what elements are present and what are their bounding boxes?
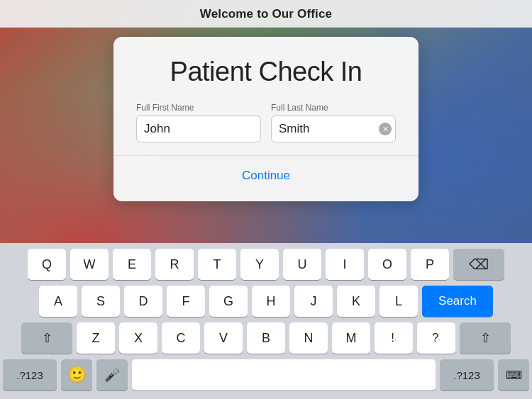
number-symbol-key[interactable]: .?123 bbox=[3, 359, 57, 390]
keyboard-row-4: .?123 🙂 🎤 .?123 ⌨ bbox=[3, 359, 529, 390]
key-K[interactable]: K bbox=[337, 286, 375, 317]
first-name-input-wrapper bbox=[136, 116, 261, 142]
first-name-input[interactable] bbox=[136, 116, 261, 142]
key-S[interactable]: S bbox=[82, 286, 120, 317]
key-I[interactable]: I bbox=[326, 249, 364, 280]
card-title: Patient Check In bbox=[136, 57, 396, 87]
key-H[interactable]: H bbox=[252, 286, 290, 317]
key-R[interactable]: R bbox=[155, 249, 194, 280]
shift-right-key[interactable]: ⇧ bbox=[460, 322, 511, 354]
keyboard-row-3: ⇧ Z X C V B N M !, ?. ⇧ bbox=[3, 322, 529, 354]
key-W[interactable]: W bbox=[70, 249, 109, 280]
last-name-input[interactable] bbox=[271, 116, 396, 142]
continue-button[interactable]: Continue bbox=[136, 166, 396, 186]
key-Q[interactable]: Q bbox=[28, 249, 66, 280]
last-name-label: Full Last Name bbox=[271, 103, 396, 113]
key-Y[interactable]: Y bbox=[240, 249, 279, 280]
key-E[interactable]: E bbox=[113, 249, 151, 280]
return-123-key[interactable]: .?123 bbox=[440, 359, 494, 390]
keyboard: Q W E R T Y U I O P ⌫ A S D F G H J K L … bbox=[0, 243, 532, 399]
key-C[interactable]: C bbox=[162, 322, 200, 354]
key-P[interactable]: P bbox=[411, 249, 449, 280]
key-exclamation[interactable]: !, bbox=[375, 322, 413, 354]
key-B[interactable]: B bbox=[247, 322, 285, 354]
key-J[interactable]: J bbox=[294, 286, 333, 317]
key-M[interactable]: M bbox=[332, 322, 370, 354]
key-F[interactable]: F bbox=[167, 286, 205, 317]
key-O[interactable]: O bbox=[368, 249, 406, 280]
key-G[interactable]: G bbox=[209, 286, 248, 317]
clear-last-name-button[interactable]: ✕ bbox=[379, 123, 392, 135]
first-name-field: Full First Name bbox=[136, 103, 261, 142]
shift-left-key[interactable]: ⇧ bbox=[21, 322, 72, 354]
title-bar: Welcome to Our Office bbox=[0, 0, 532, 28]
keyboard-row-1: Q W E R T Y U I O P ⌫ bbox=[3, 249, 529, 280]
key-A[interactable]: A bbox=[39, 286, 77, 317]
key-Z[interactable]: Z bbox=[77, 322, 115, 354]
key-N[interactable]: N bbox=[289, 322, 328, 354]
key-L[interactable]: L bbox=[379, 286, 418, 317]
app-title: Welcome to Our Office bbox=[200, 7, 333, 21]
key-question[interactable]: ?. bbox=[417, 322, 455, 354]
keyboard-row-2: A S D F G H J K L Search bbox=[3, 286, 529, 317]
last-name-field: Full Last Name ✕ bbox=[271, 103, 396, 142]
search-key[interactable]: Search bbox=[422, 286, 493, 317]
form-row: Full First Name Full Last Name ✕ bbox=[136, 103, 396, 142]
last-name-input-wrapper: ✕ bbox=[271, 116, 396, 142]
backspace-key[interactable]: ⌫ bbox=[453, 249, 504, 280]
key-U[interactable]: U bbox=[283, 249, 321, 280]
first-name-label: Full First Name bbox=[136, 103, 261, 113]
emoji-key[interactable]: 🙂 bbox=[61, 359, 92, 390]
key-D[interactable]: D bbox=[124, 286, 162, 317]
patient-checkin-card: Patient Check In Full First Name Full La… bbox=[113, 37, 419, 201]
keyboard-switcher-key[interactable]: ⌨ bbox=[498, 359, 529, 390]
card-divider bbox=[113, 155, 419, 156]
key-X[interactable]: X bbox=[119, 322, 157, 354]
key-V[interactable]: V bbox=[204, 322, 243, 354]
key-T[interactable]: T bbox=[198, 249, 236, 280]
space-key[interactable] bbox=[132, 359, 436, 390]
microphone-key[interactable]: 🎤 bbox=[96, 359, 128, 390]
